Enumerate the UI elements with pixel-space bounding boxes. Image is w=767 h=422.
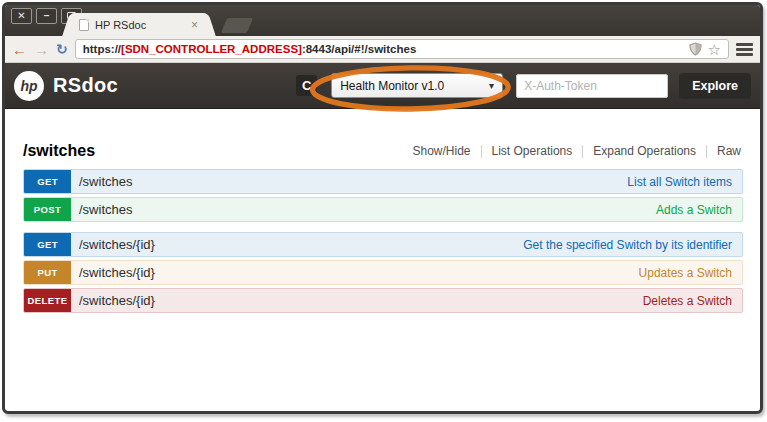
header-controls: C Health Monitor v1.0 ▾ Explore	[296, 73, 751, 99]
minimize-icon: –	[44, 10, 50, 21]
reload-icon[interactable]: ↻	[56, 42, 68, 56]
method-badge: GET	[24, 233, 71, 256]
resource-title: /switches	[23, 142, 95, 160]
window-minimize-button[interactable]: –	[36, 8, 57, 24]
screenshot-canvas: ✕ – HP RSdoc × ← → ↻ https://[SDN_CONTRO…	[0, 0, 767, 422]
back-icon[interactable]: ←	[12, 42, 27, 57]
address-bar[interactable]: https://[SDN_CONTROLLER_ADDRESS]:8443/ap…	[75, 39, 729, 59]
browser-window: ✕ – HP RSdoc × ← → ↻ https://[SDN_CONTRO…	[2, 2, 763, 414]
window-close-button[interactable]: ✕	[11, 8, 32, 24]
endpoint-summary-link[interactable]: Get the specified Switch by its identifi…	[523, 238, 742, 252]
new-tab-button[interactable]	[221, 18, 253, 33]
url-path: :8443/api/#!/switches	[302, 43, 416, 55]
endpoint-summary-link[interactable]: Updates a Switch	[639, 266, 742, 280]
ops-link-list-operations[interactable]: List Operations	[482, 144, 583, 158]
endpoint-row[interactable]: GET /switches/{id} Get the specified Swi…	[23, 232, 743, 257]
resource-header: /switches Show/HideList OperationsExpand…	[23, 142, 743, 160]
hp-logo: hp	[14, 71, 44, 101]
ops-link-expand-operations[interactable]: Expand Operations	[583, 144, 706, 158]
endpoint-summary-link[interactable]: Adds a Switch	[656, 203, 742, 217]
browser-toolbar: ← → ↻ https://[SDN_CONTROLLER_ADDRESS]:8…	[5, 36, 760, 63]
endpoint-summary-link[interactable]: List all Switch items	[627, 175, 742, 189]
close-icon: ✕	[17, 10, 25, 21]
auth-token-input[interactable]	[516, 74, 668, 98]
tab-close-icon[interactable]: ×	[190, 19, 199, 31]
method-badge: DELETE	[24, 289, 71, 312]
endpoint-row[interactable]: GET /switches List all Switch items	[23, 169, 743, 194]
forward-icon[interactable]: →	[34, 42, 49, 57]
security-shield-icon[interactable]	[689, 42, 702, 56]
ops-link-show-hide[interactable]: Show/Hide	[403, 144, 481, 158]
endpoint-path-link[interactable]: /switches/{id}	[79, 293, 155, 308]
operations-links: Show/HideList OperationsExpand Operation…	[403, 144, 744, 158]
app-title: RSdoc	[53, 74, 118, 97]
explore-button[interactable]: Explore	[679, 73, 751, 99]
app-header: hp RSdoc C Health Monitor v1.0 ▾ Explore	[5, 63, 760, 109]
refresh-icon: C	[302, 78, 311, 93]
window-titlebar: ✕ – HP RSdoc ×	[5, 5, 760, 36]
refresh-apis-button[interactable]: C	[296, 75, 317, 96]
page-icon	[79, 19, 89, 31]
endpoint-summary-link[interactable]: Deletes a Switch	[643, 294, 742, 308]
url-text: https://[SDN_CONTROLLER_ADDRESS]:8443/ap…	[83, 43, 689, 55]
endpoint-path-link[interactable]: /switches/{id}	[79, 237, 155, 252]
hp-logo-text: hp	[20, 78, 37, 94]
url-scheme: https://	[83, 43, 121, 55]
endpoint-path-link[interactable]: /switches/{id}	[79, 265, 155, 280]
ops-link-raw[interactable]: Raw	[707, 144, 743, 158]
endpoint-path-link[interactable]: /switches	[79, 202, 132, 217]
api-version-select[interactable]: Health Monitor v1.0 ▾	[331, 73, 503, 98]
endpoint-row[interactable]: PUT /switches/{id} Updates a Switch	[23, 260, 743, 285]
method-badge: POST	[24, 198, 71, 221]
chevron-down-icon: ▾	[489, 80, 494, 91]
endpoint-row[interactable]: POST /switches Adds a Switch	[23, 197, 743, 222]
browser-menu-icon[interactable]	[736, 41, 753, 58]
method-badge: PUT	[24, 261, 71, 284]
api-doc-content: /switches Show/HideList OperationsExpand…	[5, 109, 760, 313]
url-controller-address: [SDN_CONTROLLER_ADDRESS]	[121, 43, 302, 55]
endpoint-row[interactable]: DELETE /switches/{id} Deletes a Switch	[23, 288, 743, 313]
bookmark-star-icon[interactable]: ☆	[708, 42, 721, 57]
method-badge: GET	[24, 170, 71, 193]
api-version-value: Health Monitor v1.0	[340, 79, 444, 93]
endpoint-path-link[interactable]: /switches	[79, 174, 132, 189]
endpoint-list: GET /switches List all Switch items POST…	[23, 169, 743, 313]
tab-title: HP RSdoc	[95, 19, 190, 31]
browser-tab[interactable]: HP RSdoc ×	[73, 13, 205, 36]
